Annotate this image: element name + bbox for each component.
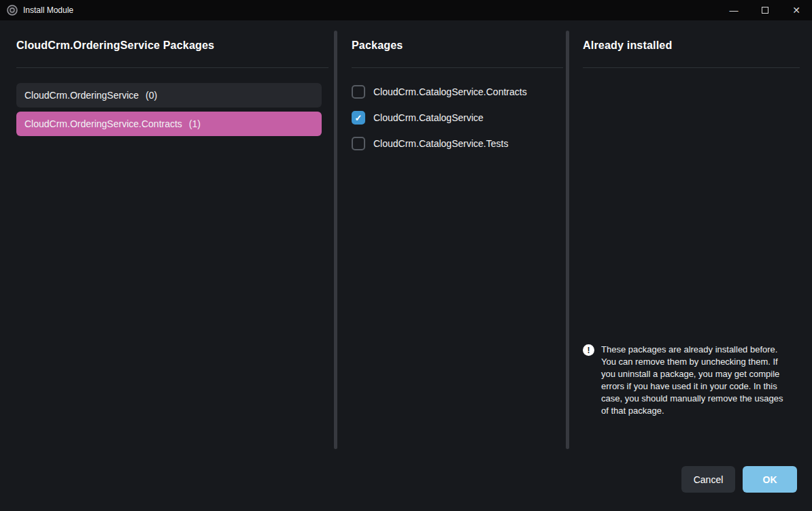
close-icon: ✕ <box>792 5 800 16</box>
module-item-orderingservice[interactable]: CloudCrm.OrderingService (0) <box>16 83 322 108</box>
already-installed-heading: Already installed <box>583 39 800 68</box>
already-installed-panel: Already installed ! These packages are a… <box>583 39 800 68</box>
packages-panel-heading: Packages <box>352 39 563 68</box>
window-title: Install Module <box>23 5 73 15</box>
module-item-count: (0) <box>146 90 157 101</box>
ok-button[interactable]: OK <box>743 466 797 493</box>
modules-panel-heading: CloudCrm.OrderingService Packages <box>16 39 328 68</box>
window-controls: — ✕ <box>718 0 812 20</box>
package-label: CloudCrm.CatalogService.Tests <box>373 138 508 149</box>
checkbox-unchecked[interactable] <box>352 137 365 150</box>
maximize-icon <box>762 7 768 14</box>
column-separator <box>566 31 569 449</box>
installed-note: ! These packages are already installed b… <box>583 344 795 417</box>
module-item-orderingservice-contracts[interactable]: CloudCrm.OrderingService.Contracts (1) <box>16 112 322 136</box>
package-label: CloudCrm.CatalogService <box>373 112 484 123</box>
package-row-catalogservice-tests[interactable]: CloudCrm.CatalogService.Tests <box>352 131 563 156</box>
modules-panel: CloudCrm.OrderingService Packages CloudC… <box>16 39 328 140</box>
module-item-label: CloudCrm.OrderingService <box>24 90 139 101</box>
maximize-button[interactable] <box>749 0 781 20</box>
installed-note-text: These packages are already installed bef… <box>601 344 788 417</box>
packages-panel: Packages CloudCrm.CatalogService.Contrac… <box>352 39 563 156</box>
column-separator <box>334 31 337 449</box>
module-list: CloudCrm.OrderingService (0) CloudCrm.Or… <box>16 83 328 136</box>
module-item-count: (1) <box>189 118 201 129</box>
package-label: CloudCrm.CatalogService.Contracts <box>373 86 527 97</box>
titlebar: Install Module — ✕ <box>0 0 812 20</box>
minimize-button[interactable]: — <box>718 0 749 20</box>
cancel-button[interactable]: Cancel <box>681 466 735 493</box>
info-icon: ! <box>583 344 594 356</box>
module-item-label: CloudCrm.OrderingService.Contracts <box>24 118 182 129</box>
app-icon <box>7 5 18 16</box>
checkbox-unchecked[interactable] <box>352 85 365 99</box>
close-button[interactable]: ✕ <box>781 0 812 20</box>
package-row-catalogservice[interactable]: ✓ CloudCrm.CatalogService <box>352 105 563 131</box>
package-row-catalogservice-contracts[interactable]: CloudCrm.CatalogService.Contracts <box>352 79 563 105</box>
check-icon: ✓ <box>355 113 362 123</box>
minimize-icon: — <box>730 5 739 16</box>
package-list: CloudCrm.CatalogService.Contracts ✓ Clou… <box>352 79 563 156</box>
checkbox-checked[interactable]: ✓ <box>352 111 365 125</box>
